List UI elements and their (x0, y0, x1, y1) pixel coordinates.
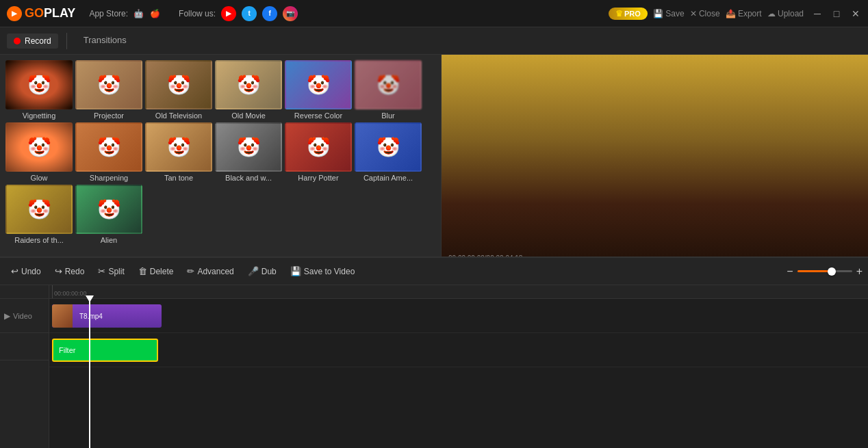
redo-icon: ↪ (55, 266, 62, 276)
twitter-btn[interactable]: t (242, 6, 257, 21)
redo-label: Redo (65, 267, 85, 276)
delete-icon: 🗑 (138, 266, 147, 276)
delete-button[interactable]: 🗑 Delete (133, 263, 179, 279)
filter-thumb-reverse-color: 🤡 (285, 60, 352, 109)
app-logo: ▶ GOPLAY (7, 6, 75, 21)
video-track-row: T8.mp4 (49, 299, 868, 333)
filter-thumb-alien: 🤡 (75, 185, 142, 234)
filter-overlay-projector: 🤡 (77, 62, 141, 108)
video-track-icon: ▶ (4, 311, 10, 321)
filter-clip-label: Filter (59, 346, 75, 354)
advanced-label: Advanced (197, 267, 233, 276)
appstore-label: App Store: (89, 9, 128, 18)
advanced-button[interactable]: ✏ Advanced (181, 263, 239, 279)
dub-button[interactable]: 🎤 Dub (242, 263, 282, 279)
close-btn[interactable]: ✕ (850, 8, 861, 19)
filter-label-raiders: Raiders of th... (14, 236, 64, 244)
filter-label-blur: Blur (381, 111, 395, 120)
filter-label-sharpening: Sharpening (90, 174, 128, 182)
filter-overlay-tan-tone: 🤡 (146, 124, 211, 170)
logo-go: GO (25, 6, 44, 21)
filter-label-old-movie: Old Movie (231, 111, 266, 120)
timeline-tracks: T8.mp4 Filter (49, 299, 868, 448)
save-to-video-label: Save to Video (304, 267, 355, 276)
filter-thumb-vignetting: 🤡 (5, 60, 73, 109)
redo-button[interactable]: ↪ Redo (49, 263, 90, 279)
split-icon: ✂ (98, 266, 105, 276)
filter-thumb-projector: 🤡 (75, 60, 142, 109)
filter-item-old-movie[interactable]: 🤡Old Movie (215, 60, 282, 120)
filter-item-old-television[interactable]: 🤡Old Television (145, 60, 212, 120)
follow-section: Follow us: ▶ t f 📷 (179, 6, 303, 21)
undo-label: Undo (21, 267, 41, 276)
facebook-btn[interactable]: f (262, 6, 277, 21)
video-clip[interactable]: T8.mp4 (52, 304, 162, 328)
filter-item-raiders[interactable]: 🤡Raiders of th... (5, 185, 73, 244)
filter-item-captain-ame[interactable]: 🤡Captain Ame... (355, 122, 422, 182)
save-video-icon: 💾 (290, 266, 301, 276)
logo-play: PLAY (44, 6, 75, 21)
zoom-handle[interactable] (828, 267, 836, 276)
record-button[interactable]: Record (7, 34, 58, 49)
filter-clip[interactable]: Filter (52, 339, 158, 362)
maximize-btn[interactable]: □ (831, 8, 842, 19)
filter-item-tan-tone[interactable]: 🤡Tan tone (145, 122, 212, 182)
undo-button[interactable]: ↩ Undo (5, 263, 47, 279)
filter-item-alien[interactable]: 🤡Alien (75, 185, 142, 244)
filter-overlay-blur: 🤡 (356, 62, 420, 108)
zoom-in-btn[interactable]: + (856, 265, 863, 278)
playhead[interactable] (89, 299, 90, 448)
filter-label-vignetting: Vignetting (23, 111, 56, 120)
zoom-out-btn[interactable]: − (787, 265, 793, 278)
instagram-btn[interactable]: 📷 (283, 6, 298, 21)
timeline: ▶ Video 00:00:00:00 T8.mp4 (0, 285, 868, 448)
upload-btn-title[interactable]: ☁ Upload (767, 9, 804, 18)
filter-track-row: Filter (49, 333, 868, 367)
filter-item-reverse-color[interactable]: 🤡Reverse Color (285, 60, 352, 120)
video-clip-name: T8.mp4 (79, 313, 103, 320)
timeline-labels: ▶ Video (0, 285, 49, 448)
preview-area: 00:00:00:00/00:00:04:18 (442, 55, 868, 267)
zoom-slider[interactable] (797, 270, 852, 272)
edit-toolbar: ↩ Undo ↪ Redo ✂ Split 🗑 Delete ✏ Advance… (0, 258, 868, 285)
android-icon[interactable]: 🤖 (132, 8, 144, 20)
filter-item-glow[interactable]: 🤡Glow (5, 122, 73, 182)
filter-thumb-sharpening: 🤡 (75, 122, 142, 172)
export-btn-title[interactable]: 📤 Export (726, 9, 762, 18)
dub-label: Dub (261, 267, 277, 276)
save-btn-title[interactable]: 💾 Save (653, 9, 685, 18)
filter-thumb-black-and-w: 🤡 (215, 122, 282, 172)
filter-label-alien: Alien (101, 236, 117, 244)
delete-label: Delete (150, 267, 174, 276)
filter-item-harry-potter[interactable]: 🤡Harry Potter (285, 122, 352, 182)
appstore-section: App Store: 🤖 🍎 (89, 8, 165, 20)
tab-transitions[interactable]: Transitions (75, 31, 135, 51)
split-button[interactable]: ✂ Split (92, 263, 129, 279)
filter-thumb-captain-ame: 🤡 (355, 122, 422, 172)
video-track-text: Video (13, 312, 32, 320)
undo-icon: ↩ (11, 266, 18, 276)
split-label: Split (108, 267, 124, 276)
filter-track-label (0, 333, 49, 360)
filter-item-vignetting[interactable]: 🤡Vignetting (5, 60, 73, 120)
filter-thumb-old-television: 🤡 (145, 60, 212, 109)
filter-label-black-and-w: Black and w... (225, 174, 272, 182)
bottom-section: ↩ Undo ↪ Redo ✂ Split 🗑 Delete ✏ Advance… (0, 256, 868, 448)
close-btn-title[interactable]: ✕ Close (690, 9, 720, 18)
filter-item-black-and-w[interactable]: 🤡Black and w... (215, 122, 282, 182)
filter-overlay-captain-ame: 🤡 (356, 124, 420, 170)
advanced-icon: ✏ (187, 266, 194, 276)
filter-overlay-old-television: 🤡 (146, 62, 211, 108)
preview-video (442, 55, 868, 267)
titlebar-right: ♛PRO 💾 Save ✕ Close 📤 Export ☁ Upload ─ … (609, 8, 861, 20)
zoom-controls: − + (787, 265, 863, 278)
filter-overlay-black-and-w: 🤡 (216, 124, 281, 170)
youtube-btn[interactable]: ▶ (221, 6, 236, 21)
filter-item-projector[interactable]: 🤡Projector (75, 60, 142, 120)
save-to-video-button[interactable]: 💾 Save to Video (285, 263, 361, 279)
apple-icon[interactable]: 🍎 (149, 8, 161, 20)
minimize-btn[interactable]: ─ (812, 8, 823, 19)
filter-item-sharpening[interactable]: 🤡Sharpening (75, 122, 142, 182)
filter-item-blur[interactable]: 🤡Blur (355, 60, 422, 120)
filter-thumb-glow: 🤡 (5, 122, 73, 172)
